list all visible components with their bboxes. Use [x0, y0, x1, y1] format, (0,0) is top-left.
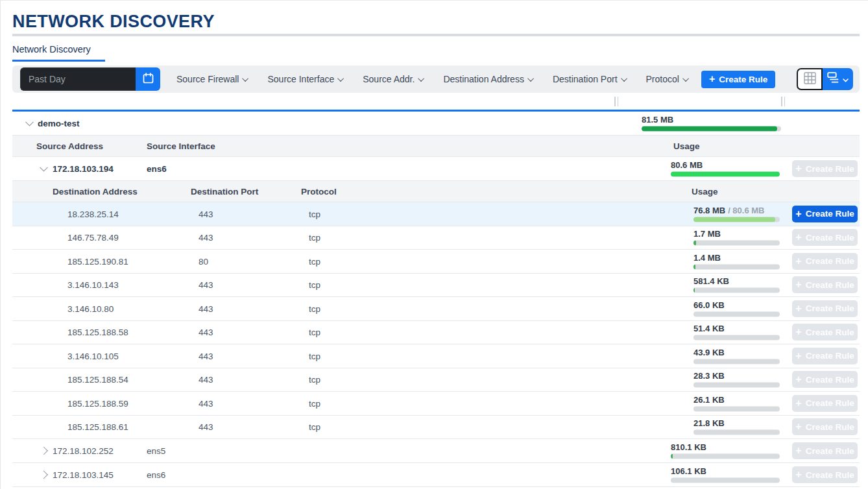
usage-cell: 26.1 KB: [693, 395, 780, 411]
create-rule-button[interactable]: + Create Rule: [792, 253, 858, 270]
tab-network-discovery[interactable]: Network Discovery: [12, 44, 105, 62]
column-resize-handle[interactable]: [614, 97, 618, 106]
table-row[interactable]: 185.125.190.81 80 tcp 1.4 MB + Create Ru…: [12, 250, 860, 274]
create-rule-button[interactable]: + Create Rule: [701, 71, 775, 88]
create-rule-button[interactable]: + Create Rule: [792, 300, 858, 317]
source-row[interactable]: 172.18.103.145 ens6 106.1 KB + Create Ru…: [12, 463, 860, 487]
chevron-down-icon[interactable]: [25, 118, 34, 126]
create-rule-button[interactable]: + Create Rule: [792, 466, 858, 483]
table-row[interactable]: 185.125.188.61 443 tcp 21.8 KB + Create …: [12, 416, 860, 440]
destination-address: 185.125.188.61: [67, 422, 128, 432]
create-rule-button[interactable]: + Create Rule: [792, 395, 858, 412]
usage-value: 106.1 KB: [671, 466, 706, 476]
chevron-right-icon[interactable]: [40, 471, 48, 479]
create-rule-button[interactable]: + Create Rule: [792, 160, 858, 177]
destination-address: 185.125.188.59: [67, 398, 128, 408]
usage-bar: [693, 264, 780, 269]
source-address: 172.18.103.194: [53, 164, 114, 174]
filter-source-addr[interactable]: Source Addr.: [363, 74, 424, 84]
source-row[interactable]: 172.18.103.194 ens6 80.6 MB + Create Rul…: [12, 157, 860, 181]
usage-bar: [693, 406, 780, 411]
plus-icon: +: [795, 398, 801, 409]
usage-value: 80.6 MB: [671, 160, 703, 170]
usage-bar: [693, 430, 780, 435]
view-toggle: [797, 68, 853, 90]
table-row[interactable]: 3.146.10.143 443 tcp 581.4 KB + Create R…: [12, 274, 860, 298]
table-row[interactable]: 185.125.188.54 443 tcp 28.3 KB + Create …: [12, 368, 860, 392]
source-address: 172.18.103.145: [53, 470, 114, 480]
usage-cell: 810.1 KB: [671, 443, 780, 459]
calendar-button[interactable]: [136, 67, 160, 91]
create-rule-button[interactable]: + Create Rule: [792, 348, 858, 364]
filter-protocol[interactable]: Protocol: [646, 74, 689, 84]
table-row[interactable]: 3.146.10.80 443 tcp 66.0 KB + Create Rul…: [12, 297, 860, 321]
usage-cell: 51.4 KB: [693, 324, 780, 340]
grid-view-icon: [804, 72, 816, 86]
plus-icon: +: [795, 232, 801, 243]
chevron-down-icon: [527, 75, 534, 82]
chevron-down-icon: [243, 75, 249, 82]
source-interface: ens6: [147, 164, 167, 174]
usage-value: 1.7 MB: [693, 229, 721, 239]
group-name: demo-test: [38, 119, 80, 128]
create-rule-button[interactable]: + Create Rule: [792, 206, 858, 222]
filter-source-firewall[interactable]: Source Firewall: [176, 74, 248, 84]
source-address: 172.18.102.252: [53, 446, 114, 456]
create-rule-button[interactable]: + Create Rule: [792, 442, 858, 459]
create-rule-button[interactable]: + Create Rule: [792, 276, 858, 293]
protocol: tcp: [309, 209, 320, 219]
create-rule-button[interactable]: + Create Rule: [792, 418, 858, 435]
plus-icon: +: [795, 208, 801, 220]
calendar-icon: [143, 73, 154, 86]
protocol: tcp: [309, 304, 320, 313]
protocol: tcp: [309, 398, 320, 408]
destination-port: 443: [199, 398, 213, 408]
create-rule-button[interactable]: + Create Rule: [792, 229, 858, 246]
source-row[interactable]: 172.18.102.252 ens5 810.1 KB + Create Ru…: [12, 439, 860, 463]
usage-value: 76.8 MB: [693, 205, 725, 215]
table-row[interactable]: 185.125.188.59 443 tcp 26.1 KB + Create …: [12, 392, 860, 416]
usage-cell: 581.4 KB: [693, 277, 780, 293]
usage-cell: 1.7 MB: [693, 230, 780, 246]
column-header: Destination Port: [191, 187, 258, 197]
plus-icon: +: [709, 73, 715, 85]
filter-bar: Source Firewall Source Interface Source …: [176, 74, 689, 84]
plus-icon: +: [795, 469, 801, 481]
table-row[interactable]: 185.125.188.58 443 tcp 51.4 KB + Create …: [12, 321, 860, 345]
plus-icon: +: [795, 163, 801, 174]
date-range-input[interactable]: [20, 67, 136, 91]
column-header: Source Address: [36, 141, 103, 151]
usage-bar: [693, 383, 780, 388]
table-row[interactable]: 18.238.25.14 443 tcp 76.8 MB/ 80.6 MB + …: [12, 202, 860, 226]
usage-cell: 76.8 MB/ 80.6 MB: [693, 206, 780, 222]
usage-value: 51.4 KB: [693, 324, 725, 333]
chevron-down-icon[interactable]: [40, 163, 48, 172]
filter-destination-port[interactable]: Destination Port: [553, 74, 627, 84]
title-divider: [12, 34, 860, 36]
table-row[interactable]: 146.75.78.49 443 tcp 1.7 MB + Create Rul…: [12, 226, 860, 250]
destination-port: 443: [199, 209, 213, 219]
usage-bar: [671, 454, 780, 459]
destination-port: 443: [199, 328, 213, 337]
usage-value: 1.4 MB: [693, 252, 721, 262]
date-range-group: [20, 67, 160, 91]
group-row[interactable]: demo-test 81.5 MB: [12, 112, 860, 136]
tree-view-button[interactable]: [823, 68, 853, 90]
usage-bar: [693, 241, 780, 246]
usage-bar: [642, 126, 781, 132]
create-rule-button[interactable]: + Create Rule: [792, 324, 858, 340]
table-view-button[interactable]: [797, 68, 823, 90]
usage-bar: [671, 478, 780, 483]
usage-value: 81.5 MB: [642, 115, 673, 125]
filter-destination-address[interactable]: Destination Address: [443, 74, 534, 84]
chevron-right-icon[interactable]: [40, 447, 48, 455]
filter-source-interface[interactable]: Source Interface: [267, 74, 344, 84]
destination-header-row: Destination Address Destination Port Pro…: [12, 181, 860, 202]
create-rule-button[interactable]: + Create Rule: [792, 371, 858, 388]
destination-port: 443: [199, 375, 213, 385]
usage-bar: [693, 217, 780, 222]
column-header: Usage: [673, 141, 700, 151]
plus-icon: +: [795, 421, 801, 433]
table-row[interactable]: 3.146.10.105 443 tcp 43.9 KB + Create Ru…: [12, 344, 860, 368]
column-resize-handle[interactable]: [781, 97, 785, 106]
